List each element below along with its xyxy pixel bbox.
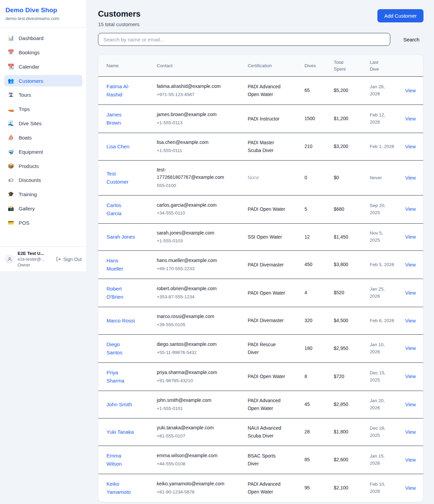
customer-total-spent: $2,950 [328, 334, 364, 362]
customer-phone: +1-555-0103 [157, 238, 237, 245]
customer-certification: BSAC Sports Diver [248, 452, 286, 468]
customer-name-link[interactable]: Fatima Al-Rashid [106, 82, 136, 99]
customer-phone: +49-170-555-2233 [157, 265, 237, 273]
customer-name-link[interactable]: Keiko Yamamoto [106, 480, 136, 496]
customer-dives: 95 [299, 474, 328, 502]
table-row: Carlos Garcia carlos.garcia@example.com … [98, 195, 423, 223]
view-link[interactable]: View [405, 206, 416, 212]
table-row: Marco Rossi marco.rossi@example.com +39-… [98, 307, 423, 335]
customer-name-link[interactable]: Emma Wilson [106, 452, 136, 468]
sidebar-item-gallery[interactable]: 📸 Gallery [4, 203, 82, 214]
customer-certification: PADI Instructor [248, 115, 279, 123]
customer-dives: 85 [299, 446, 328, 474]
customer-phone: +81-90-1234-5678 [157, 489, 237, 496]
sidebar-item-boats[interactable]: ⛵ Boats [4, 132, 82, 143]
customer-email: yuki.tanaka@example.com [157, 424, 214, 432]
customer-last-dive: Jan 10, 2026 [364, 334, 400, 362]
customer-total-spent: $680 [328, 195, 364, 223]
customer-name-link[interactable]: Carlos Garcia [106, 201, 136, 218]
customer-email: carlos.garcia@example.com [157, 202, 217, 209]
view-link[interactable]: View [405, 88, 416, 93]
view-link[interactable]: View [405, 402, 416, 407]
customer-name-link[interactable]: Test Customer [106, 170, 136, 186]
customer-total-spent: $1,200 [328, 105, 364, 133]
customer-name-link[interactable]: Diego Santos [106, 340, 136, 357]
page-header: Customers 15 total customers Add Custome… [98, 9, 423, 27]
customer-name-link[interactable]: John Smith [106, 400, 132, 409]
sidebar-item-customers[interactable]: 👥 Customers [4, 75, 82, 87]
table-row: Diego Santos diego.santos@example.com +5… [98, 334, 423, 362]
page-title: Customers [98, 9, 140, 19]
search-button[interactable]: Search [399, 34, 423, 45]
customer-dives: 8 [299, 362, 328, 391]
customer-name-link[interactable]: Sarah Jones [106, 233, 135, 241]
customer-name-link[interactable]: Yuki Tanaka [106, 428, 134, 436]
table-row: James Brown james.brown@example.com +1-5… [98, 105, 423, 133]
customer-total-spent: $720 [328, 362, 364, 391]
view-link[interactable]: View [405, 116, 416, 122]
graduation-cap-icon: 🎓 [7, 191, 14, 197]
sidebar-item-discounts[interactable]: 🏷 Discounts [4, 174, 82, 186]
customer-name-link[interactable]: Marco Rossi [106, 317, 135, 325]
customer-email: emma.wilson@example.com [157, 452, 217, 460]
table-row: Test Customer test-1772681807767@example… [98, 161, 423, 195]
sailboat-icon: ⛵ [7, 134, 14, 141]
customer-email: robert.obrien@example.com [157, 285, 217, 293]
customer-email: test-1772681807767@example.com [157, 166, 226, 181]
customer-name-link[interactable]: Priya Sharma [106, 369, 136, 385]
customer-last-dive: Jan 20, 2026 [364, 391, 400, 418]
customer-name-link[interactable]: Hans Mueller [106, 257, 136, 273]
search-input[interactable] [98, 33, 390, 46]
table-row: Keiko Yamamoto keiko.yamamoto@example.co… [98, 474, 423, 502]
customer-last-dive: Jan 25, 2026 [364, 279, 400, 307]
view-link[interactable]: View [405, 457, 416, 463]
table-row: Fatima Al-Rashid fatima.alrashid@example… [98, 77, 423, 105]
sidebar-item-bookings[interactable]: 📅 Bookings [4, 46, 82, 58]
customer-name-link[interactable]: Lisa Chen [106, 143, 130, 151]
table-row: Sarah Jones sarah.jones@example.com +1-5… [98, 223, 423, 251]
sign-out-button[interactable]: Sign Out [56, 257, 82, 262]
view-link[interactable]: View [405, 374, 416, 379]
sidebar-item-equipment[interactable]: 🤿 Equipment [4, 146, 82, 157]
view-link[interactable]: View [405, 175, 416, 181]
customer-email: diego.santos@example.com [157, 341, 217, 348]
customers-table-card: Name Contact Certification Dives Total S… [98, 55, 423, 502]
customer-total-spent: $3,200 [328, 133, 364, 161]
customer-name-link[interactable]: Robert O'Brien [106, 285, 136, 301]
diving-mask-icon: 🤿 [7, 149, 14, 155]
column-header-actions [400, 55, 423, 77]
customer-email: marco.rossi@example.com [157, 313, 214, 320]
view-link[interactable]: View [405, 485, 416, 491]
customer-certification: PADI Advanced Open Water [248, 480, 286, 496]
customer-email: sarah.jones@example.com [157, 229, 214, 237]
sidebar-item-tours[interactable]: 🏝 Tours [4, 89, 82, 100]
customer-certification: PADI Open Water [248, 205, 285, 213]
customer-total-spent: $0 [328, 161, 364, 195]
view-link[interactable]: View [405, 234, 416, 240]
sidebar-item-products[interactable]: 📦 Products [4, 160, 82, 172]
shop-name: Demo Dive Shop [5, 6, 81, 14]
customer-phone: +81-555-0107 [157, 433, 237, 440]
view-link[interactable]: View [405, 318, 416, 323]
sidebar-item-pos[interactable]: 💳 POS [4, 217, 82, 228]
customer-dives: 65 [299, 77, 328, 105]
view-link[interactable]: View [405, 144, 416, 149]
customer-name-link[interactable]: James Brown [106, 111, 136, 127]
add-customer-button[interactable]: Add Customer [377, 9, 423, 22]
table-header: Name Contact Certification Dives Total S… [98, 55, 423, 77]
sidebar-item-dashboard[interactable]: 📊 Dashboard [4, 32, 82, 44]
view-link[interactable]: View [405, 290, 416, 296]
sidebar-item-dive-sites[interactable]: 🌊 Dive Sites [4, 117, 82, 129]
table-row: Hans Mueller hans.mueller@example.com +4… [98, 251, 423, 279]
customer-dives: 450 [299, 251, 328, 279]
view-link[interactable]: View [405, 262, 416, 267]
label-tag-icon: 🏷 [7, 177, 14, 183]
customer-dives: 12 [299, 223, 328, 251]
sidebar-item-trips[interactable]: 🚤 Trips [4, 103, 82, 115]
customer-email: lisa.chen@example.com [157, 139, 209, 146]
sidebar-item-training[interactable]: 🎓 Training [4, 188, 82, 200]
customer-total-spent: $3,800 [328, 251, 364, 279]
view-link[interactable]: View [405, 346, 416, 351]
view-link[interactable]: View [405, 429, 416, 435]
sidebar-item-calendar[interactable]: 📆 Calendar [4, 61, 82, 72]
